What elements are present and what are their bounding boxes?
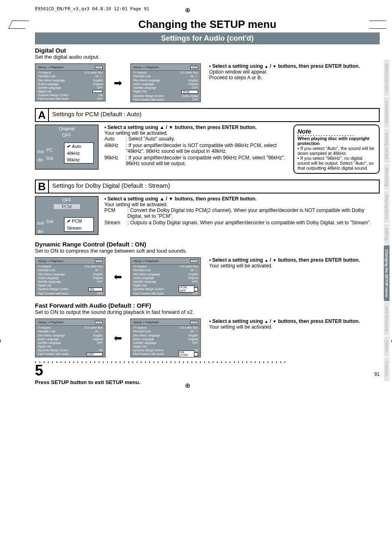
section-a-badge: A — [35, 108, 49, 122]
arrow-right-icon: ➡ — [114, 77, 122, 89]
header-trace: E9501CD_EN/FR_v3.qx3 04.8.10 12:01 Page … — [35, 6, 149, 12]
section-a-lead: • Select a setting using ▲ / ▼ buttons, … — [104, 124, 257, 130]
ffwd-heading: Fast Forward with Audio (Default : OFF) — [35, 302, 380, 309]
digital-out-heading: Digital Out — [35, 47, 380, 54]
crop-mark-icon: ⊕ — [0, 337, 1, 345]
setup-panel-after: Setup > PlaybackDVDTV Aspect4:3 Letter B… — [130, 63, 201, 102]
side-tab[interactable]: Changing the SETUP menu — [384, 245, 390, 301]
digital-out-sub: Set the digital audio output. — [35, 54, 380, 60]
side-tab[interactable]: Others — [384, 336, 390, 357]
side-tab[interactable]: VCR functions — [384, 302, 390, 336]
section-a-sub: Your setting will be activated. — [104, 130, 288, 136]
section-b-title: Settings for Dolby Digital (Default : St… — [49, 180, 380, 193]
section-a-title: Settings for PCM (Default : Auto) — [49, 108, 380, 122]
side-tab[interactable]: Connections — [384, 97, 390, 128]
arrow-left-icon: ➡ — [114, 271, 122, 283]
section-b-badge: B — [35, 180, 49, 193]
setup-panel-ffwd-src: Setup > PlaybackDVDTV Aspect4:3 Letter B… — [130, 318, 201, 357]
section-b-sub: Your setting will be activated. — [104, 202, 380, 207]
mini-dropdown[interactable]: ONOFF — [179, 286, 194, 292]
setup-panel-before: Setup > PlaybackDVDTV Aspect4:3 Letter B… — [35, 63, 106, 101]
dolby-option-popup: OFF PCM trol dio Dol PCMStream — [35, 196, 99, 235]
pcm-option-popup: Original OFF trol dio PC Dol Auto48kHz96… — [35, 124, 99, 170]
drc-heading: Dynamic Range Control (Default : ON) — [35, 241, 380, 248]
side-tab[interactable]: Recording — [384, 164, 390, 191]
mini-dropdown[interactable]: ONOFF — [179, 350, 194, 357]
page-subtitle: Settings for Audio (cont'd) — [35, 32, 380, 44]
side-tab[interactable]: Before you start — [384, 60, 390, 96]
section-tabs: Before you startConnectionsGetting start… — [384, 60, 390, 381]
setup-panel-ffwd-dest: Setup > PlaybackDVDTV Aspect4:3 Letter B… — [35, 318, 106, 357]
page-title: Changing the SETUP menu — [35, 16, 380, 32]
setup-panel-drc-src: Setup > PlaybackDVDTV Aspect4:3 Letter B… — [130, 257, 201, 296]
crop-mark-icon: ⊕ — [185, 382, 190, 389]
ffwd-instruction: • Select a setting using / buttons, then… — [209, 318, 380, 330]
page-number: 91 — [374, 371, 380, 377]
step-5-text: Press SETUP button to exit SETUP menu. — [35, 379, 380, 385]
side-tab[interactable]: Getting started — [384, 129, 390, 163]
side-tab[interactable]: Français — [384, 357, 390, 381]
digital-out-instruction: • Select a setting using / buttons, then… — [209, 63, 380, 81]
crop-mark-icon: ⊕ — [185, 6, 190, 14]
ffwd-sub: Set to ON to output the sound during pla… — [35, 309, 380, 315]
drc-sub: Set to ON to compress the range between … — [35, 248, 380, 254]
side-tab[interactable]: Editing — [384, 224, 390, 245]
pcm-dropdown[interactable]: Auto48kHz96kHz — [64, 143, 94, 164]
arrow-left-icon: ➡ — [114, 332, 122, 344]
drc-instruction: • Select a setting using / buttons, then… — [209, 257, 380, 269]
step-number: 5 — [35, 362, 380, 379]
dolby-dropdown[interactable]: PCMStream — [64, 217, 94, 232]
side-tab[interactable]: Playing discs — [384, 191, 390, 223]
note-box: Note • • • • • • • • • • • • • • • • • •… — [293, 124, 380, 174]
section-b-lead: • Select a setting using ▲ / ▼ buttons, … — [104, 196, 257, 202]
setup-panel-drc-dest: Setup > PlaybackDVDTV Aspect4:3 Letter B… — [35, 257, 106, 296]
